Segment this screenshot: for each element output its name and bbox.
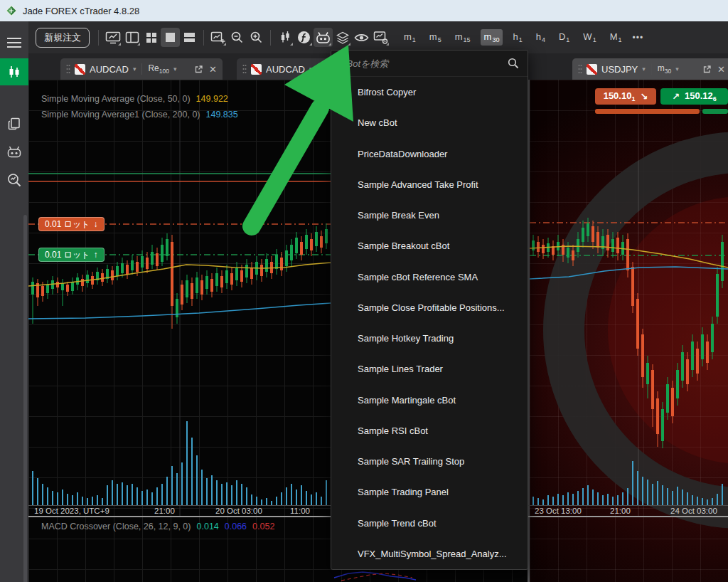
more-timeframes-button[interactable]: ••• bbox=[633, 33, 644, 43]
chevron-down-icon[interactable]: ▾ bbox=[309, 65, 313, 73]
single-view-button[interactable] bbox=[161, 28, 180, 47]
timeframe-h1[interactable]: h1 bbox=[509, 29, 525, 46]
cbot-menu-item[interactable]: Sample RSI cBot bbox=[331, 416, 528, 446]
chart-type-button[interactable] bbox=[275, 28, 294, 47]
chevron-down-icon[interactable]: ▾ bbox=[675, 65, 679, 73]
timeframe-M1[interactable]: M1 bbox=[606, 29, 626, 46]
macd-label: MACD Crossover (Close, 26, 12, 9, 0) bbox=[41, 522, 191, 531]
timeframe-m1[interactable]: m1 bbox=[400, 29, 419, 46]
position-badge-sell[interactable]: 0.01 ロット ↓ bbox=[38, 217, 105, 231]
symbol-flag-icon bbox=[587, 64, 597, 75]
grid-2x2-icon bbox=[146, 32, 157, 43]
cbot-search-input[interactable] bbox=[342, 58, 503, 69]
chart-settings-button[interactable] bbox=[371, 28, 390, 47]
tab-usdjpy[interactable]: USDJPY ▾ m30 ▾ ✕ bbox=[572, 58, 728, 80]
time-axis-label: 24 Oct 03:00 bbox=[670, 507, 717, 515]
chart-mode-button[interactable] bbox=[103, 28, 122, 47]
position-volume: 0.01 ロット bbox=[45, 249, 90, 261]
add-chart-button[interactable] bbox=[208, 28, 228, 47]
cbot-menu-item[interactable]: Sample Trend cBot bbox=[331, 508, 528, 539]
toolbar-separator bbox=[270, 30, 271, 46]
search-chart-icon bbox=[6, 172, 22, 188]
toolbar: 新規注文 bbox=[28, 21, 728, 53]
buy-price-button[interactable]: ↗ 150.126 bbox=[660, 88, 728, 105]
cbot-menu-item[interactable]: Sample Close Profitable Positions... bbox=[331, 292, 528, 323]
tab-timeframe[interactable]: m30 bbox=[658, 63, 671, 75]
layout-icon bbox=[125, 31, 139, 43]
arrow-down-right-icon: ↘ bbox=[640, 91, 648, 102]
app-logo-icon bbox=[6, 5, 17, 16]
workspace-layout-button[interactable] bbox=[122, 28, 141, 47]
bid-depth-bar bbox=[595, 109, 700, 114]
cbot-menu-item[interactable]: VFX_MultiSymbol_Spread_Analyz... bbox=[331, 539, 528, 569]
chevron-down-icon[interactable]: ▾ bbox=[642, 65, 646, 73]
new-order-button[interactable]: 新規注文 bbox=[36, 28, 90, 48]
candles-icon bbox=[7, 65, 21, 79]
zoom-in-button[interactable] bbox=[247, 28, 266, 47]
close-icon[interactable]: ✕ bbox=[717, 64, 725, 75]
sidebar-scrollbar[interactable] bbox=[23, 215, 27, 582]
candles-small-icon bbox=[279, 31, 291, 44]
cbot-menu-item[interactable]: Bifrost Copyer bbox=[331, 77, 528, 107]
zoom-out-icon bbox=[230, 31, 244, 44]
timeframe-m5[interactable]: m5 bbox=[426, 29, 445, 46]
cbot-menu-item[interactable]: Sample cBot Reference SMA bbox=[331, 262, 528, 292]
cbots-button[interactable] bbox=[314, 28, 333, 47]
eye-icon bbox=[354, 32, 369, 43]
indicator-row[interactable]: Simple Moving Average1 (Close, 200, 0)14… bbox=[41, 107, 238, 122]
indicator-row[interactable]: Simple Moving Average (Close, 50, 0)149.… bbox=[41, 91, 238, 107]
titlebar: Jade FOREX cTrader 4.8.28 bbox=[0, 0, 728, 21]
close-icon[interactable]: ✕ bbox=[209, 64, 217, 75]
objects-button[interactable] bbox=[333, 28, 352, 47]
chevron-down-icon[interactable]: ▾ bbox=[133, 65, 136, 73]
sidebar-item-cbots[interactable] bbox=[0, 139, 28, 164]
popout-icon[interactable] bbox=[194, 65, 203, 74]
tab-symbol: AUDCAD bbox=[90, 64, 129, 75]
timeframe-h4[interactable]: h4 bbox=[532, 29, 549, 46]
cbot-menu-item[interactable]: Sample Breakout cBot bbox=[331, 231, 528, 261]
cbot-menu-item[interactable]: Sample Advanced Take Profit bbox=[331, 169, 528, 200]
cbot-menu-item[interactable]: New cBot bbox=[331, 107, 528, 138]
visibility-button[interactable] bbox=[352, 28, 371, 47]
time-axis-label: 19 Oct 2023, UTC+9 bbox=[34, 507, 109, 515]
grid-view-button[interactable] bbox=[141, 28, 161, 47]
cbot-menu-item[interactable]: Sample Hotkey Trading bbox=[331, 323, 528, 354]
cbot-menu-item[interactable]: PriceDataDownloader bbox=[331, 139, 528, 169]
sidebar-item-analyze[interactable] bbox=[0, 167, 28, 193]
timeframe-D1[interactable]: D1 bbox=[555, 29, 573, 46]
position-badge-buy[interactable]: 0.01 ロット ↑ bbox=[38, 248, 105, 262]
macd-value: 0.066 bbox=[225, 522, 247, 531]
cbot-menu-item[interactable]: Sample Trading Panel bbox=[331, 477, 528, 507]
split-view-button[interactable] bbox=[180, 28, 199, 47]
copy-icon bbox=[7, 117, 21, 131]
timeframe-W1[interactable]: W1 bbox=[579, 29, 599, 46]
popout-icon[interactable] bbox=[702, 65, 712, 74]
indicator-value: 149.922 bbox=[196, 94, 228, 104]
sidebar-item-charts[interactable] bbox=[0, 58, 28, 85]
tab-timeframe[interactable]: Re100 bbox=[148, 63, 169, 75]
chevron-down-icon[interactable]: ▾ bbox=[173, 65, 177, 73]
window-title: Jade FOREX cTrader 4.8.28 bbox=[23, 6, 139, 16]
tab-audcad-renko[interactable]: AUDCAD ▾ Re100 ▾ ✕ bbox=[60, 58, 223, 80]
cbot-menu-item[interactable]: Sample Break Even bbox=[331, 200, 528, 231]
cbot-list: Bifrost CopyerNew cBotPriceDataDownloade… bbox=[331, 77, 528, 569]
time-axis-label: 21:00 bbox=[154, 507, 175, 515]
toolbar-separator bbox=[203, 30, 204, 46]
arrow-down-icon: ↓ bbox=[94, 219, 98, 229]
monitor-chart-icon bbox=[105, 31, 121, 44]
timeframe-m30[interactable]: m30 bbox=[481, 29, 503, 46]
cbot-menu-item[interactable]: Sample Lines Trader bbox=[331, 354, 528, 384]
cbot-menu-item[interactable]: Sample Martingale cBot bbox=[331, 385, 528, 416]
timeframe-m15[interactable]: m15 bbox=[451, 29, 474, 46]
indicators-button[interactable] bbox=[294, 28, 314, 47]
sidebar-item-copy[interactable] bbox=[0, 111, 28, 137]
zoom-out-button[interactable] bbox=[228, 28, 247, 47]
timeframe-group: m1m5m15m30h1h4D1W1M1 bbox=[400, 29, 626, 46]
split-horizontal-icon bbox=[183, 32, 196, 43]
cbot-menu-item[interactable]: Sample SAR Trailing Stop bbox=[331, 446, 528, 477]
sell-price-button[interactable]: 150.101 ↘ bbox=[595, 88, 656, 105]
tab-separator bbox=[651, 63, 652, 75]
app-window: Jade FOREX cTrader 4.8.28 bbox=[0, 0, 728, 582]
main-menu-button[interactable] bbox=[0, 30, 28, 55]
hamburger-icon bbox=[6, 37, 22, 48]
